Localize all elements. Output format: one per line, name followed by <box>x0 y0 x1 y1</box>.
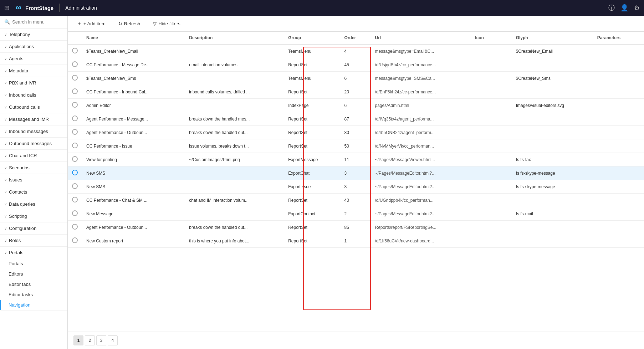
radio-button[interactable] <box>72 210 78 216</box>
radio-button[interactable] <box>72 61 78 67</box>
user-icon[interactable]: 👤 <box>620 4 628 12</box>
chevron-icon: ∨ <box>4 129 7 133</box>
sidebar-item-pbx[interactable]: ∨ PBX and IVR <box>0 77 67 89</box>
row-url: ~/Pages/MessageEditor.html?... <box>370 166 471 180</box>
radio-button[interactable] <box>72 183 78 189</box>
sidebar-item-editor-tabs[interactable]: Editor tabs <box>0 279 67 289</box>
sidebar-item-outbound-calls[interactable]: ∨ Outbound calls <box>0 101 67 113</box>
row-url: message&msgtype=Email&C... <box>370 44 471 58</box>
sidebar-item-label: PBX and IVR <box>9 80 36 86</box>
sidebar-item-agents[interactable]: ∨ Agents <box>0 53 67 65</box>
radio-button[interactable] <box>72 129 78 135</box>
row-description: breaks down the handled out... <box>185 126 284 139</box>
radio-button[interactable] <box>72 102 78 108</box>
sidebar-item-telephony[interactable]: ∨ Telephony <box>0 29 67 40</box>
table-row[interactable]: Agent Performance - Outboun... breaks do… <box>68 126 644 139</box>
hide-filters-button[interactable]: ▽ Hide filters <box>149 19 184 28</box>
sidebar-item-messages-imr[interactable]: ∨ Messages and IMR <box>0 113 67 125</box>
row-order: 3 <box>340 166 371 180</box>
sidebar-item-editor-tasks[interactable]: Editor tasks <box>0 289 67 300</box>
table-body: $Teams_CreateNew_Email TeamsMenu 4 messa… <box>68 44 644 248</box>
sidebar-item-scenarios[interactable]: ∨ Scenarios <box>0 162 67 174</box>
radio-button[interactable] <box>72 75 78 81</box>
info-icon[interactable]: ⓘ <box>608 4 615 12</box>
sidebar-item-data-queries[interactable]: ∨ Data queries <box>0 198 67 210</box>
sidebar-item-label: Contacts <box>9 189 27 195</box>
table-row[interactable]: CC Performance - Chat & SM ... chat and … <box>68 194 644 207</box>
row-name: CC Performance - Issue <box>82 139 185 153</box>
col-name[interactable]: Name <box>82 32 185 44</box>
table-row[interactable]: Agent Performance - Outboun... breaks do… <box>68 221 644 234</box>
sidebar-item-roles[interactable]: ∨ Roles <box>0 235 67 246</box>
row-icon <box>471 58 512 72</box>
table-row[interactable]: View for printing ~/CustomImages/Print.p… <box>68 153 644 166</box>
table-row[interactable]: New SMS ExportIssue 3 ~/Pages/MessageEdi… <box>68 180 644 194</box>
table-row[interactable]: New Custom report this is where you put … <box>68 234 644 248</box>
col-icon[interactable]: Icon <box>471 32 512 44</box>
radio-button[interactable] <box>72 88 78 94</box>
sidebar-item-metadata[interactable]: ∨ Metadata <box>0 65 67 77</box>
row-order: 2 <box>340 207 371 221</box>
radio-button[interactable] <box>72 197 78 202</box>
table-row[interactable]: Admin Editor IndexPage 6 pages/Admin.htm… <box>68 99 644 112</box>
sidebar-item-applications[interactable]: ∨ Applications <box>0 41 67 52</box>
sidebar-item-label: Configuration <box>9 226 36 231</box>
sidebar-item-configuration[interactable]: ∨ Configuration <box>0 222 67 234</box>
page-button-1[interactable]: 1 <box>73 335 83 345</box>
nav-group-pbx: ∨ PBX and IVR <box>0 77 67 89</box>
sidebar-item-chat-icr[interactable]: ∨ Chat and ICR <box>0 150 67 161</box>
radio-button[interactable] <box>72 237 78 243</box>
table-row[interactable]: $Teams_CreateNew_Email TeamsMenu 4 messa… <box>68 44 644 58</box>
row-icon <box>471 44 512 58</box>
refresh-button[interactable]: ↻ Refresh <box>115 19 144 28</box>
radio-button[interactable] <box>72 116 78 121</box>
col-description[interactable]: Description <box>185 32 284 44</box>
row-icon <box>471 194 512 207</box>
toolbar: ＋ + Add item ↻ Refresh ▽ Hide filters <box>68 16 644 32</box>
row-parameters <box>593 234 644 248</box>
sidebar-item-portals-group[interactable]: ∨ Portals <box>0 247 67 258</box>
radio-button[interactable] <box>72 170 78 175</box>
radio-button[interactable] <box>72 156 78 162</box>
row-url: ~/Pages/MessageEditor.html?... <box>370 207 471 221</box>
table-row[interactable]: Agent Performance - Message... breaks do… <box>68 112 644 126</box>
col-parameters[interactable]: Parameters <box>593 32 644 44</box>
add-item-button[interactable]: ＋ + Add item <box>73 19 109 29</box>
sidebar-item-label: Messages and IMR <box>9 117 49 122</box>
sidebar-item-issues[interactable]: ∨ Issues <box>0 174 67 186</box>
row-icon <box>471 72 512 85</box>
sidebar-item-inbound-calls[interactable]: ∨ Inbound calls <box>0 89 67 101</box>
sidebar-item-navigation[interactable]: Navigation <box>0 300 67 310</box>
table-row[interactable]: CC Performance - Inbound Cal... inbound … <box>68 85 644 99</box>
sidebar-item-editors[interactable]: Editors <box>0 269 67 279</box>
table-row[interactable]: $Teams_CreateNew_Sms TeamsMenu 6 message… <box>68 72 644 85</box>
search-input[interactable] <box>12 19 63 25</box>
table-row[interactable]: CC Performance - Issue issue volumes, br… <box>68 139 644 153</box>
nav-group-roles: ∨ Roles <box>0 235 67 247</box>
chevron-icon: ∨ <box>4 166 7 170</box>
col-order[interactable]: Order <box>340 32 371 44</box>
sidebar-item-outbound-messages[interactable]: ∨ Outbound messages <box>0 138 67 149</box>
radio-button[interactable] <box>72 143 78 148</box>
row-radio-cell <box>68 58 82 72</box>
sidebar-item-portals-sub[interactable]: Portals <box>0 258 67 269</box>
sidebar-item-contacts[interactable]: ∨ Contacts <box>0 186 67 198</box>
col-url[interactable]: Url <box>370 32 471 44</box>
table-row[interactable]: CC Performance - Message De... email int… <box>68 58 644 72</box>
table-row[interactable]: New Message ExportContact 2 ~/Pages/Mess… <box>68 207 644 221</box>
page-button-2[interactable]: 2 <box>85 335 95 345</box>
page-button-3[interactable]: 3 <box>96 335 106 345</box>
sidebar-item-inbound-messages[interactable]: ∨ Inbound messages <box>0 125 67 137</box>
row-glyph <box>512 58 593 72</box>
radio-button[interactable] <box>72 224 78 230</box>
refresh-icon: ↻ <box>118 21 122 26</box>
col-glyph[interactable]: Glyph <box>512 32 593 44</box>
grid-icon[interactable]: ⊞ <box>4 4 10 12</box>
settings-icon[interactable]: ⚙ <box>634 4 640 12</box>
radio-button[interactable] <box>72 48 78 53</box>
sidebar-item-scripting[interactable]: ∨ Scripting <box>0 210 67 222</box>
col-group[interactable]: Group <box>284 32 340 44</box>
row-radio-cell <box>68 221 82 234</box>
page-button-4[interactable]: 4 <box>108 335 118 345</box>
table-row[interactable]: New SMS ExportChat 3 ~/Pages/MessageEdit… <box>68 166 644 180</box>
